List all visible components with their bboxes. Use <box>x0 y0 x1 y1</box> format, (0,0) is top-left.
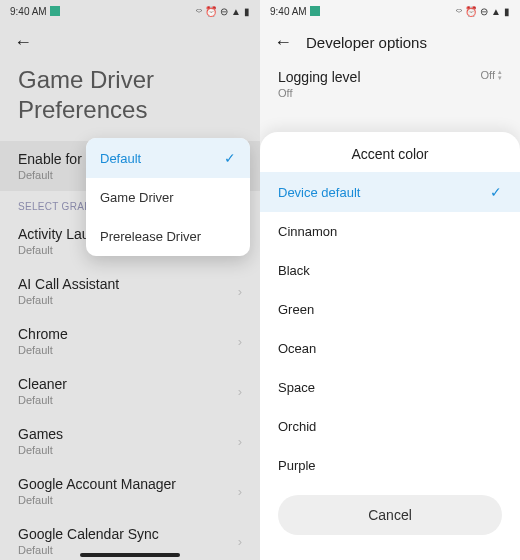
phone-right: 9:40 AM ⌔ ⏰ ⊖ ▲ ▮ ← Developer options Lo… <box>260 0 520 560</box>
alarm-icon: ⏰ <box>205 6 217 17</box>
chevron-right-icon: › <box>238 434 242 449</box>
dropdown-item-default[interactable]: Default ✓ <box>86 138 250 178</box>
check-icon: ✓ <box>224 150 236 166</box>
battery-icon: ▮ <box>244 6 250 17</box>
accent-option-space[interactable]: Space <box>260 368 520 407</box>
chevron-right-icon: › <box>238 334 242 349</box>
chevron-right-icon: › <box>238 284 242 299</box>
chevron-right-icon: › <box>238 384 242 399</box>
list-item[interactable]: ChromeDefault› <box>0 316 260 366</box>
accent-option-orchid[interactable]: Orchid <box>260 407 520 446</box>
app-badge-icon <box>50 6 60 16</box>
dropdown-item-game-driver[interactable]: Game Driver <box>86 178 250 217</box>
accent-option-device-default[interactable]: Device default ✓ <box>260 172 520 212</box>
accent-option-purple[interactable]: Purple <box>260 446 520 485</box>
sheet-title: Accent color <box>260 132 520 172</box>
back-icon[interactable]: ← <box>14 32 32 53</box>
header: ← <box>0 22 260 59</box>
accent-option-cinnamon[interactable]: Cinnamon <box>260 212 520 251</box>
chevron-right-icon: › <box>238 534 242 549</box>
bluetooth-icon: ⌔ <box>196 6 202 17</box>
status-time: 9:40 AM <box>10 6 47 17</box>
accent-option-green[interactable]: Green <box>260 290 520 329</box>
chevron-right-icon: › <box>238 484 242 499</box>
list-item[interactable]: Google Account ManagerDefault› <box>0 466 260 516</box>
list-item[interactable]: AI Call AssistantDefault› <box>0 266 260 316</box>
accent-option-ocean[interactable]: Ocean <box>260 329 520 368</box>
list-item[interactable]: CleanerDefault› <box>0 366 260 416</box>
dnd-icon: ⊖ <box>220 6 228 17</box>
wifi-icon: ▲ <box>231 6 241 17</box>
phone-left: 9:40 AM ⌔ ⏰ ⊖ ▲ ▮ ← Game Driver Preferen… <box>0 0 260 560</box>
status-bar: 9:40 AM ⌔ ⏰ ⊖ ▲ ▮ <box>0 0 260 22</box>
home-indicator[interactable] <box>80 553 180 557</box>
accent-option-black[interactable]: Black <box>260 251 520 290</box>
dropdown-item-prerelease[interactable]: Prerelease Driver <box>86 217 250 256</box>
page-title: Game Driver Preferences <box>0 59 260 141</box>
cancel-button[interactable]: Cancel <box>278 495 502 535</box>
status-icons: ⌔ ⏰ ⊖ ▲ ▮ <box>196 6 250 17</box>
check-icon: ✓ <box>490 184 502 200</box>
list-item[interactable]: GamesDefault› <box>0 416 260 466</box>
accent-color-sheet: Accent color Device default ✓ Cinnamon B… <box>260 132 520 560</box>
driver-dropdown: Default ✓ Game Driver Prerelease Driver <box>86 138 250 256</box>
